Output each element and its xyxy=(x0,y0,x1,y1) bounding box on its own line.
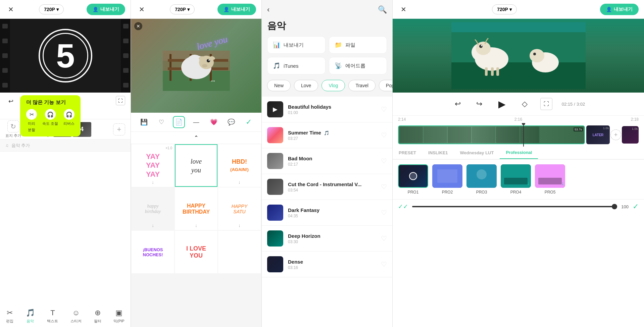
music-track-1[interactable]: ♫ 음악 추가 xyxy=(0,140,131,152)
fullscreen-button-4[interactable]: ⛶ xyxy=(540,98,552,110)
filter-tabs: PRESET INSLIKE1 Wednesday LUT Profession… xyxy=(393,147,644,160)
undo-button-4[interactable]: ↩ xyxy=(452,98,464,110)
save-sticker-button[interactable]: 💾 xyxy=(138,116,150,128)
export-button-4[interactable]: 👤 내보내기 xyxy=(600,4,639,15)
chevron-up[interactable]: ⌃ xyxy=(131,132,261,144)
resize-handle[interactable]: ↔ xyxy=(210,77,216,85)
resolution-button-1[interactable]: 720P ▾ xyxy=(39,4,64,14)
chat-button[interactable]: 💬 xyxy=(225,116,237,128)
close-sticker-button[interactable]: ✕ xyxy=(134,22,142,30)
sticker-love[interactable]: loveyou xyxy=(175,144,217,187)
music-heart-6[interactable]: ♡ xyxy=(381,260,387,268)
music-heart-2[interactable]: ♡ xyxy=(381,157,387,165)
sticker-hbd[interactable]: HBD!(AGAIN!) ↓ xyxy=(218,144,261,187)
tag-new[interactable]: New xyxy=(267,80,291,91)
play-button[interactable]: ▶ xyxy=(495,97,509,111)
panel-filter: ✕ 720P ▾ 👤 내보내기 xyxy=(393,0,644,327)
tag-vlog[interactable]: Vlog xyxy=(321,80,345,91)
topbar-2: ✕ 720P ▾ 👤 내보내기 xyxy=(131,0,261,19)
confirm-filter-button[interactable]: ✓ xyxy=(633,202,639,211)
resolution-button-4[interactable]: 720P ▾ xyxy=(492,4,517,14)
tag-love[interactable]: Love xyxy=(294,80,318,91)
toolbar-edit[interactable]: ✂ 편집 xyxy=(6,309,13,324)
checkall-button[interactable]: ✓✓ xyxy=(398,203,408,210)
sticker-happys[interactable]: HAPPYSATU ↓ xyxy=(218,187,261,230)
source-export[interactable]: 📊 내보내기 xyxy=(267,36,326,54)
timeline-clip-3[interactable]: 1.0s xyxy=(622,126,639,144)
music-item-6[interactable]: Dense 03:16 ♡ xyxy=(262,252,392,277)
download-happyb: ↓ xyxy=(195,223,197,228)
tooltip-action-split[interactable]: ✂ 미리 분할 xyxy=(26,109,37,132)
toolbar-filter[interactable]: ⊕ 필터 xyxy=(94,309,101,324)
minus-sticker-button[interactable]: — xyxy=(190,116,202,128)
svg-rect-35 xyxy=(472,127,495,143)
preset-preview-pro4 xyxy=(501,164,531,188)
tab-wednesday[interactable]: Wednesday LUT xyxy=(454,147,500,159)
tab-inslike1[interactable]: INSLIKE1 xyxy=(422,147,454,159)
preset-pro2[interactable]: PRO2 xyxy=(432,164,462,195)
source-file[interactable]: 📁 파일 xyxy=(329,36,387,54)
tab-professional[interactable]: Professional xyxy=(500,147,538,159)
close-button-4[interactable]: ✕ xyxy=(398,4,409,15)
tab-preset[interactable]: PRESET xyxy=(393,147,422,159)
close-button-1[interactable]: ✕ xyxy=(5,4,16,15)
timeline-add-button[interactable]: + xyxy=(610,129,621,140)
preset-thumb-pro5: ↓ xyxy=(535,164,565,188)
music-item-4[interactable]: Dark Fantasy 04:35 ♡ xyxy=(262,200,392,226)
intensity-slider[interactable] xyxy=(412,206,617,207)
music-sources: 📊 내보내기 📁 파일 🎵 iTunes 📡 에어드롭 xyxy=(262,36,392,80)
music-item-1[interactable]: Summer Time 🎵 03:27 ♡ xyxy=(262,122,392,148)
undo-button-1[interactable]: ↩ xyxy=(5,96,16,107)
export-button-1[interactable]: 👤 내보내기 xyxy=(87,4,125,15)
tooltip-action-speed[interactable]: 🎧 속도 조절 xyxy=(42,109,58,132)
preset-pro3[interactable]: PRO3 xyxy=(466,164,497,195)
redo-button-4[interactable]: ↪ xyxy=(473,98,485,110)
document-sticker-button[interactable]: 📄 xyxy=(173,116,185,128)
confirm-sticker-button[interactable]: ✓ xyxy=(243,116,255,128)
tag-pop[interactable]: Pop xyxy=(379,80,392,91)
resolution-button-2[interactable]: 720P ▾ xyxy=(170,4,195,14)
music-item-2[interactable]: Bad Moon 02:17 ♡ xyxy=(262,148,392,174)
sticker-yay[interactable]: YAYYAYYAY ×1.0 ↓ xyxy=(132,144,174,187)
fullscreen-button-1[interactable]: ⛶ xyxy=(116,96,125,105)
timeline-clip-2[interactable]: LATER 1.0s xyxy=(586,125,610,144)
export-button-2[interactable]: 👤 내보내기 xyxy=(217,4,256,15)
source-itunes[interactable]: 🎵 iTunes xyxy=(267,57,326,74)
music-heart-4[interactable]: ♡ xyxy=(381,209,387,217)
toolbar-sticker[interactable]: ☺ 스티커 xyxy=(70,309,82,324)
music-item-3[interactable]: Cut the Cord - Instrumental V... 03:54 ♡ xyxy=(262,174,392,200)
diamond-button[interactable]: ◇ xyxy=(519,98,531,110)
sticker-happy-script[interactable]: happybirthday ↓ xyxy=(132,187,174,230)
toolbar-text[interactable]: T 텍스트 xyxy=(47,309,58,324)
preset-pro1[interactable]: PRO1 xyxy=(398,164,428,195)
add-scene-button[interactable]: ↻ 표지 추가 xyxy=(5,120,21,138)
sticker-happyb[interactable]: HAPPYBIRTHDAY ↓ xyxy=(175,187,217,230)
music-item-0[interactable]: ▶ Beautiful holidays 01:00 ♡ xyxy=(262,97,392,122)
music-heart-0[interactable]: ♡ xyxy=(381,105,387,113)
music-heart-3[interactable]: ♡ xyxy=(381,183,387,191)
music-item-5[interactable]: Deep Horizon 03:30 ♡ xyxy=(262,226,392,252)
timeline-main-clip[interactable]: 53.7s xyxy=(398,125,585,144)
slider-thumb[interactable] xyxy=(612,204,617,209)
preset-pro4[interactable]: ↓ PRO4 xyxy=(501,164,531,195)
music-heart-1[interactable]: ♡ xyxy=(381,131,387,139)
back-button[interactable]: ‹ xyxy=(267,5,269,14)
search-button[interactable]: 🔍 xyxy=(378,5,387,14)
chevron-down-icon-1: ▾ xyxy=(56,7,59,12)
preset-label-pro1: PRO1 xyxy=(408,190,419,195)
toolbar-pip[interactable]: ▣ 믹(PIP xyxy=(113,309,124,324)
music-thumb-icon-0: ▶ xyxy=(273,106,278,113)
preset-pro5[interactable]: ↓ PRO5 xyxy=(535,164,565,195)
slider-fill xyxy=(412,206,617,207)
heart-sticker-button[interactable]: ♡ xyxy=(155,116,167,128)
sticker-buenos[interactable]: ¡BUENOSNOCHES! xyxy=(132,231,174,273)
tooltip-action-reverse[interactable]: 🎧 리버스 xyxy=(63,109,75,132)
add-clip-button[interactable]: + xyxy=(113,123,125,135)
music-heart-5[interactable]: ♡ xyxy=(381,234,387,242)
toolbar-music[interactable]: 🎵 음악 xyxy=(26,309,35,324)
special-heart-button[interactable]: 💗 xyxy=(208,116,220,128)
tag-travel[interactable]: Travel xyxy=(348,80,375,91)
source-airdrop[interactable]: 📡 에어드롭 xyxy=(329,57,387,74)
close-button-2[interactable]: ✕ xyxy=(136,4,147,15)
sticker-iloveyou[interactable]: I LOVEYOU xyxy=(175,231,217,273)
